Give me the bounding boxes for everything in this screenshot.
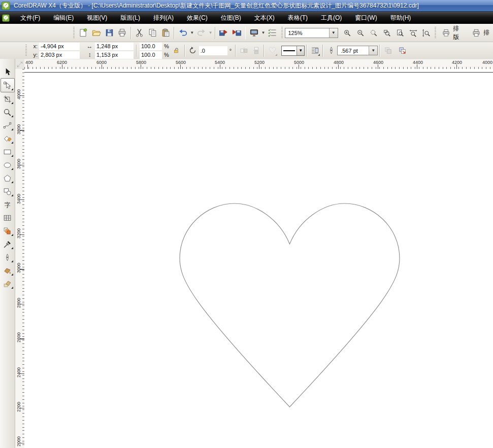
menu-edit[interactable]: 编辑(E) <box>47 12 80 24</box>
zoom-level-dropdown-button[interactable]: ▼ <box>329 28 338 38</box>
eyedropper-tool[interactable] <box>1 237 14 251</box>
lock-ratio-button[interactable] <box>173 47 180 54</box>
text-tool[interactable] <box>1 198 14 211</box>
mirror-vertical-button[interactable] <box>250 45 262 57</box>
x-position-field[interactable]: -4,904 px <box>39 43 80 50</box>
wrap-paragraph-text-button[interactable] <box>309 45 321 57</box>
welcome-options-button[interactable] <box>266 26 279 40</box>
print-button[interactable] <box>116 26 129 40</box>
interactive-blend-tool[interactable] <box>1 224 14 237</box>
outline-pen-tool[interactable] <box>1 251 14 264</box>
menu-window[interactable]: 窗口(W) <box>348 12 383 24</box>
outline-width-dropdown-button[interactable]: ▼ <box>369 46 377 55</box>
toolbar-drag-handle[interactable] <box>281 27 283 39</box>
menu-text[interactable]: 文本(X) <box>248 12 281 24</box>
menu-view[interactable]: 视图(V) <box>80 12 114 24</box>
rectangle-tool[interactable] <box>1 145 14 158</box>
application-launcher-button[interactable] <box>247 26 260 40</box>
freehand-tool[interactable] <box>1 119 14 132</box>
zoom-tool[interactable] <box>1 106 14 119</box>
polygon-tool[interactable] <box>1 171 14 185</box>
vertical-ruler[interactable]: 4000380036003400320030002800260024002200… <box>15 69 25 448</box>
ruler-label: 5200 <box>254 60 265 65</box>
perfect-shape-picker[interactable] <box>266 45 278 57</box>
paste-button[interactable] <box>159 26 172 40</box>
save-button[interactable] <box>103 26 116 40</box>
crop-tool[interactable] <box>1 92 14 106</box>
menu-effects[interactable]: 效果(C) <box>180 12 214 24</box>
layout-button-2[interactable]: 排 <box>468 26 493 40</box>
toolbar-separator <box>174 27 175 39</box>
zoom-all-objects-icon <box>383 29 391 37</box>
zoom-page-height-icon <box>422 29 430 37</box>
object-width-field[interactable]: 1,248 px <box>95 43 134 50</box>
smart-fill-tool[interactable] <box>1 132 14 145</box>
scale-v-field[interactable]: 100.0 <box>140 51 162 59</box>
scale-with-object-button[interactable] <box>396 45 408 57</box>
copy-button[interactable] <box>146 26 159 40</box>
heart-outline-shape[interactable] <box>179 202 401 408</box>
zoom-to-selection-button[interactable] <box>367 26 380 40</box>
toolbar-drag-handle[interactable] <box>25 45 27 57</box>
horizontal-ruler[interactable]: 4006200600058005600540052005000480046004… <box>24 59 493 70</box>
menu-file[interactable]: 文件(F) <box>14 12 47 24</box>
export-icon <box>232 28 242 38</box>
zoom-in-button[interactable] <box>341 26 354 40</box>
zoom-to-page-button[interactable] <box>393 26 407 40</box>
basic-shapes-tool[interactable] <box>1 185 14 198</box>
application-launcher-dropdown[interactable]: ▼ <box>260 26 266 40</box>
ruler-origin-corner[interactable] <box>15 59 24 69</box>
layout-button[interactable]: 排版 <box>438 26 468 40</box>
undo-button[interactable] <box>176 26 189 40</box>
behind-fill-button[interactable] <box>382 45 394 57</box>
open-button[interactable] <box>89 26 103 40</box>
zoom-to-all-objects-button[interactable] <box>380 26 393 40</box>
redo-dropdown[interactable]: ▼ <box>208 26 213 40</box>
fill-tool[interactable] <box>1 264 14 277</box>
interactive-fill-tool[interactable] <box>1 277 14 290</box>
zoom-level-combo[interactable]: 125% ▼ <box>285 28 338 38</box>
outline-style-selector[interactable]: ▼ <box>281 46 305 56</box>
ruler-label: 2600 <box>16 330 21 345</box>
menu-tools[interactable]: 工具(O) <box>314 12 348 24</box>
new-button[interactable] <box>77 26 90 40</box>
menu-arrange[interactable]: 排列(A) <box>147 12 180 24</box>
shape-tool[interactable] <box>1 78 15 92</box>
zoom-level-value: 125% <box>285 30 329 36</box>
document-icon <box>2 14 10 22</box>
zoom-to-page-width-button[interactable] <box>407 26 420 40</box>
cut-button[interactable] <box>133 26 146 40</box>
toolbar-drag-handle[interactable] <box>435 27 436 39</box>
menu-help[interactable]: 帮助(H) <box>384 12 418 24</box>
zoom-to-page-height-button[interactable] <box>419 26 433 40</box>
outline-width-combo[interactable]: .567 pt ▼ <box>337 46 378 55</box>
title-bar[interactable]: CorelDRAW X4（专业版） - [C:\Users\Administra… <box>0 0 493 12</box>
menu-layout[interactable]: 版面(L) <box>114 12 147 24</box>
menu-bitmaps[interactable]: 位图(B) <box>214 12 248 24</box>
zoom-out-button[interactable] <box>354 26 367 40</box>
ellipse-tool[interactable] <box>1 158 14 171</box>
toolbar-drag-handle[interactable] <box>73 27 75 39</box>
ruler-label: 6200 <box>57 60 67 65</box>
redo-button[interactable] <box>195 26 208 40</box>
menu-bar: 文件(F)编辑(E)视图(V)版面(L)排列(A)效果(C)位图(B)文本(X)… <box>0 12 493 24</box>
rotation-angle-field[interactable]: .0 <box>199 46 227 55</box>
undo-dropdown[interactable]: ▼ <box>189 26 195 40</box>
y-position-field[interactable]: 2,803 px <box>39 51 80 59</box>
mirror-horizontal-button[interactable] <box>238 45 250 57</box>
table-tool[interactable] <box>1 211 14 224</box>
scale-h-field[interactable]: 100.0 <box>140 43 162 50</box>
ruler-label: 2800 <box>16 295 21 311</box>
menu-table[interactable]: 表格(T) <box>281 12 314 24</box>
object-height-field[interactable]: 1,153 px <box>95 51 134 59</box>
export-button[interactable] <box>231 26 244 40</box>
pick-tool[interactable] <box>1 65 14 78</box>
import-button[interactable] <box>217 26 231 40</box>
zoom-page-icon <box>396 29 404 37</box>
toolbar-separator <box>245 27 246 39</box>
ruler-label: 3400 <box>16 191 21 206</box>
toolbar-separator <box>322 45 323 57</box>
x-label: x: <box>30 43 38 49</box>
outline-style-dropdown-button[interactable]: ▼ <box>297 46 304 55</box>
drawing-canvas[interactable] <box>24 69 493 448</box>
